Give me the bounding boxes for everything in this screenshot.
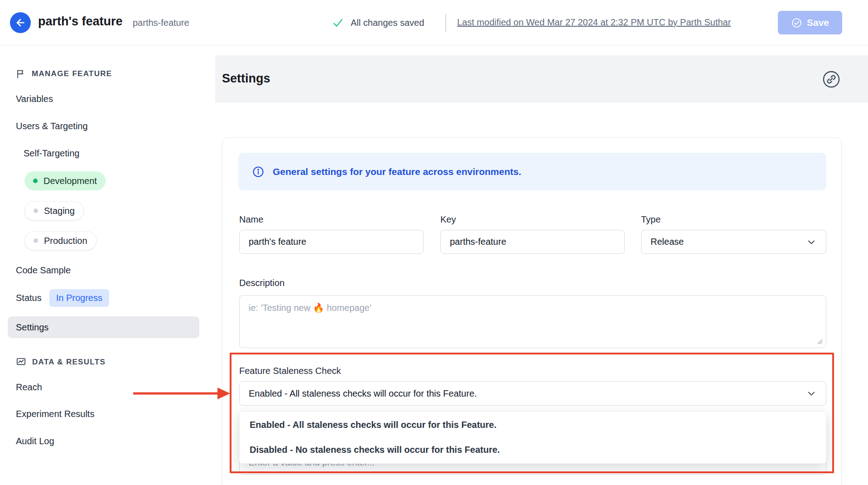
env-pill-staging[interactable]: Staging [24,201,84,220]
name-label: Name [239,214,263,225]
manage-feature-label: MANAGE FEATURE [32,69,112,78]
description-label: Description [239,278,285,288]
staleness-option-enabled[interactable]: Enabled - All staleness checks will occu… [240,412,826,437]
settings-header-bar [215,55,868,102]
manage-feature-section-header: MANAGE FEATURE [16,69,112,79]
arrow-left-icon [14,17,26,29]
env-label: Development [43,176,97,186]
sidebar-item-users-targeting[interactable]: Users & Targeting [16,120,88,132]
back-button[interactable] [10,12,31,33]
sidebar-item-self-targeting[interactable]: Self-Targeting [24,147,79,159]
copy-link-icon[interactable] [821,69,842,90]
sidebar-item-settings[interactable]: Settings [8,316,199,338]
env-label: Staging [44,206,75,216]
sidebar-item-code-sample[interactable]: Code Sample [16,264,71,276]
name-input[interactable] [239,230,424,254]
key-label: Key [440,214,456,225]
page-title: Settings [222,72,270,86]
env-label: Production [44,236,87,246]
chevron-down-icon [806,388,817,399]
type-select[interactable]: Release [641,230,826,254]
status-badge: In Progress [49,289,109,307]
top-header: parth's feature parths-feature All chang… [0,0,868,45]
staleness-option-disabled[interactable]: Disabled - No staleness checks will occu… [240,437,826,462]
save-button[interactable]: Save [778,11,842,34]
description-textarea[interactable] [239,295,826,348]
saved-status-text: All changes saved [351,18,424,28]
type-select-value: Release [651,237,684,247]
feature-key: parths-feature [133,18,189,28]
sidebar-item-variables[interactable]: Variables [16,93,53,105]
info-banner-text: General settings for your feature across… [273,166,521,177]
data-results-section-header: DATA & RESULTS [16,357,106,367]
env-dot-gray [34,209,38,213]
sidebar-item-status[interactable]: Status In Progress [16,289,109,307]
info-banner: General settings for your feature across… [238,153,826,190]
chart-icon [16,357,26,367]
chevron-down-icon [806,237,817,247]
check-icon [332,16,344,29]
flag-icon [16,69,26,79]
env-dot-gray [34,238,38,243]
last-modified-link[interactable]: Last modified on Wed Mar 27 2024 at 2:32… [457,17,731,28]
status-label: Status [16,293,42,303]
check-circle-icon [791,17,802,29]
sidebar: MANAGE FEATURE Variables Users & Targeti… [0,45,215,485]
saved-status-group: All changes saved [332,16,424,29]
staleness-select[interactable]: Enabled - All staleness checks will occu… [239,381,826,406]
staleness-dropdown-menu: Enabled - All staleness checks will occu… [239,411,826,464]
staleness-select-value: Enabled - All staleness checks will occu… [249,388,477,399]
header-divider [445,14,446,32]
env-dot-green [33,179,38,183]
settings-label: Settings [16,322,48,333]
staleness-label: Feature Staleness Check [239,366,341,376]
save-button-label: Save [807,17,829,28]
feature-title: parth's feature [38,15,122,29]
data-results-label: DATA & RESULTS [32,358,106,367]
info-icon [252,165,265,178]
settings-card: General settings for your feature across… [222,137,842,485]
sidebar-item-audit-log[interactable]: Audit Log [16,435,54,447]
sidebar-item-experiment-results[interactable]: Experiment Results [16,408,94,420]
env-pill-development[interactable]: Development [24,171,106,190]
type-label: Type [641,214,661,225]
env-pill-production[interactable]: Production [24,231,96,250]
key-input[interactable] [440,230,625,254]
sidebar-item-reach[interactable]: Reach [16,381,42,393]
